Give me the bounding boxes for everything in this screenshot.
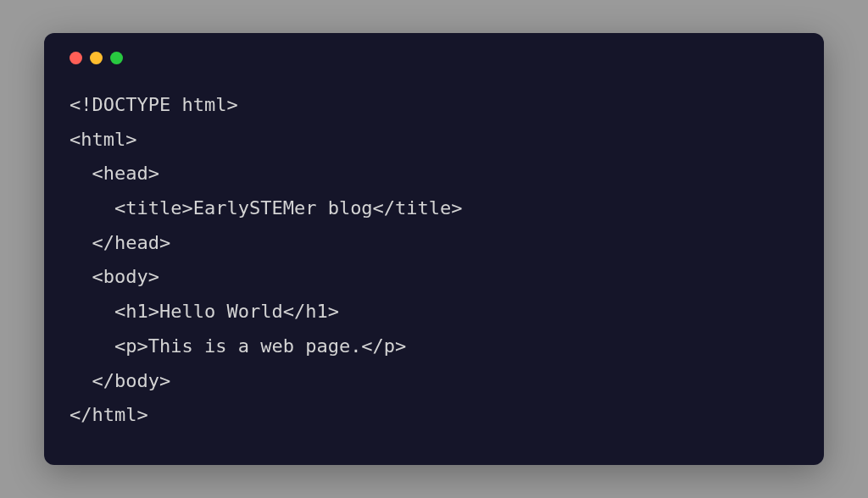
close-icon[interactable]	[70, 52, 82, 64]
code-line: <head>	[70, 157, 798, 191]
code-editor-window: <!DOCTYPE html><html> <head> <title>Earl…	[44, 33, 824, 465]
window-controls	[70, 52, 798, 64]
maximize-icon[interactable]	[110, 52, 123, 64]
minimize-icon[interactable]	[90, 52, 103, 64]
code-line: <title>EarlySTEMer blog</title>	[70, 191, 798, 226]
code-content[interactable]: <!DOCTYPE html><html> <head> <title>Earl…	[70, 88, 798, 433]
code-line: <body>	[70, 260, 798, 295]
code-line: </head>	[70, 226, 798, 261]
code-line: <html>	[70, 123, 798, 158]
code-line: <p>This is a web page.</p>	[70, 329, 798, 364]
code-line: <h1>Hello World</h1>	[70, 295, 798, 329]
code-line: <!DOCTYPE html>	[70, 88, 798, 123]
code-line: </html>	[70, 398, 798, 433]
code-line: </body>	[70, 364, 798, 399]
